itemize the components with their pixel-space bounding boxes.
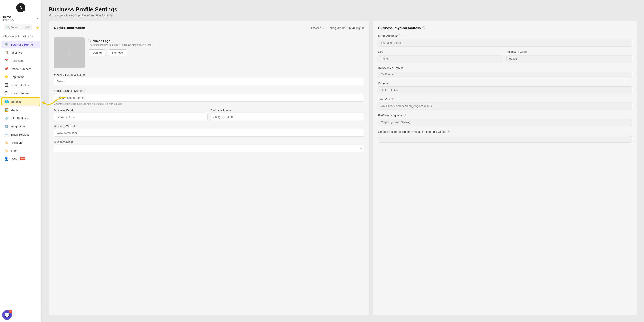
logo-buttons: Upload Remove xyxy=(88,49,152,56)
business-profile-icon: 🏢 xyxy=(4,42,8,46)
country-input[interactable] xyxy=(378,86,632,94)
custom-fields-icon: 🔲 xyxy=(4,83,8,87)
phone-input[interactable] xyxy=(210,113,364,121)
chat-button[interactable]: 💬 1 xyxy=(2,310,12,320)
platform-lang-input[interactable] xyxy=(378,118,632,126)
sidebar-item-label: Reputation xyxy=(10,75,24,79)
website-label: Business Website xyxy=(54,124,364,128)
search-shortcut: ⌘K xyxy=(24,26,30,29)
state-input[interactable] xyxy=(378,70,632,78)
upload-button[interactable]: Upload xyxy=(88,49,106,56)
niche-input[interactable] xyxy=(54,145,364,152)
providers-icon: 🏷️ xyxy=(4,141,8,144)
sidebar-item-labs[interactable]: 👤 Labs new xyxy=(1,155,40,163)
niche-group: Business Niche ▾ xyxy=(54,140,364,152)
physical-address-card: Business Physical Address ⓘ Street Addre… xyxy=(373,20,637,315)
phone-icon: 📌 xyxy=(4,67,8,71)
search-icon: 🔍 xyxy=(6,26,10,29)
sidebar-bottom: 💬 1 xyxy=(0,308,42,322)
location-id-value: s9r0gV0NpPBQ40VnLPQI xyxy=(330,26,361,30)
media-icon: 🖼️ xyxy=(4,108,8,112)
calendars-icon: 📅 xyxy=(4,59,8,63)
city-input[interactable] xyxy=(378,55,503,62)
legal-name-info-icon[interactable]: ⓘ xyxy=(82,89,85,93)
outbound-lang-info-icon[interactable]: ⓘ xyxy=(447,130,450,134)
website-input[interactable] xyxy=(54,129,364,137)
state-group: State / Prov / Region xyxy=(378,66,632,78)
sidebar-item-label: Business Profile xyxy=(10,43,33,46)
search-bar[interactable]: 🔍 Search ⌘K xyxy=(4,24,32,30)
street-info-icon[interactable]: ⓘ xyxy=(398,34,400,38)
country-group: Country xyxy=(378,82,632,94)
labs-icon: 👤 xyxy=(4,157,8,161)
legal-name-group: Legal Business Name ⓘ Enter the exact le… xyxy=(54,89,364,105)
email-label: Business Email xyxy=(54,109,208,112)
integrations-icon: ⚙️ xyxy=(4,124,8,128)
legal-name-label: Legal Business Name ⓘ xyxy=(54,89,364,93)
sidebar-item-label: Email Services xyxy=(10,133,29,136)
platform-lang-info-icon[interactable]: ⓘ xyxy=(403,113,406,117)
outbound-lang-input[interactable] xyxy=(378,135,632,142)
location-id-row: Location ID ⓘ s9r0gV0NpPBQ40VnLPQI ⧉ xyxy=(311,26,364,30)
sidebar-item-label: Labs xyxy=(10,157,17,160)
page-subtitle: Manage your business profile information… xyxy=(49,14,637,17)
email-phone-row: Business Email Business Phone xyxy=(54,109,364,124)
friendly-name-label: Friendly Business Name xyxy=(54,73,364,76)
sidebar-item-integrations[interactable]: ⚙️ Integrations xyxy=(1,122,40,130)
sidebar-nav: 🏢 Business Profile 📋 Pipelines 📅 Calenda… xyxy=(0,40,42,308)
reputation-icon: ⭐ xyxy=(4,75,8,79)
email-input[interactable] xyxy=(54,113,208,121)
sidebar-item-media[interactable]: 🖼️ Media xyxy=(1,106,40,114)
chevron-down-icon: ▾ xyxy=(37,17,38,20)
sidebar-item-custom-fields[interactable]: 🔲 Custom Fields xyxy=(1,81,40,89)
user-menu[interactable]: Demo Irvine, CA ▾ xyxy=(0,14,42,24)
sidebar-item-tags[interactable]: 🏷️ Tags xyxy=(1,147,40,155)
logo-info: Business Logo The proposed size is 350px… xyxy=(88,38,152,56)
timezone-input[interactable] xyxy=(378,102,632,110)
street-input[interactable] xyxy=(378,39,632,47)
friendly-name-input[interactable] xyxy=(54,78,364,85)
sidebar-item-phone-numbers[interactable]: 📌 Phone Numbers xyxy=(1,65,40,73)
back-navigation[interactable]: ‹ Back to main navigation xyxy=(0,34,42,40)
avatar: A xyxy=(16,3,26,12)
sidebar-item-reputation[interactable]: ⭐ Reputation xyxy=(1,73,40,81)
bolt-icon[interactable]: ⚡ xyxy=(35,26,40,30)
postal-input[interactable] xyxy=(506,55,632,62)
domains-icon: 🌐 xyxy=(5,100,9,104)
sidebar-item-label: Custom Fields xyxy=(10,84,29,87)
sidebar-item-label: Integrations xyxy=(10,125,26,128)
sidebar-item-label: URL Redirects xyxy=(10,117,29,120)
page-title: Business Profile Settings xyxy=(49,6,637,13)
sidebar-item-pipelines[interactable]: 📋 Pipelines xyxy=(1,49,40,56)
sidebar-item-url-redirects[interactable]: 🔗 URL Redirects xyxy=(1,114,40,122)
sidebar-item-calendars[interactable]: 📅 Calendars xyxy=(1,57,40,64)
sidebar: A Demo Irvine, CA ▾ 🔍 Search ⌘K ⚡ ‹ Back… xyxy=(0,0,42,322)
sidebar-item-custom-values[interactable]: 💬 Custom Values xyxy=(1,89,40,97)
country-label: Country xyxy=(378,82,632,85)
content-grid: General Information Location ID ⓘ s9r0gV… xyxy=(42,20,644,322)
tags-icon: 🏷️ xyxy=(4,149,8,153)
city-group: City xyxy=(378,50,503,62)
remove-button[interactable]: Remove xyxy=(108,49,127,56)
legal-name-input[interactable] xyxy=(54,94,364,102)
address-info-icon[interactable]: ⓘ xyxy=(422,26,425,30)
user-info: Demo Irvine, CA xyxy=(3,15,14,21)
sidebar-item-label: Media xyxy=(10,109,18,112)
logo-upload-box[interactable]: + xyxy=(54,38,84,68)
postal-label: Postal/Zip Code xyxy=(506,50,632,54)
outbound-lang-group: Outbound communication language for cust… xyxy=(378,130,632,142)
chat-badge: 1 xyxy=(9,310,12,313)
location-id-info-icon[interactable]: ⓘ xyxy=(326,26,328,30)
page-header: Business Profile Settings Manage your bu… xyxy=(42,0,644,20)
postal-group: Postal/Zip Code xyxy=(506,50,632,62)
timezone-group: Time Zone * xyxy=(378,98,632,110)
outbound-lang-label: Outbound communication language for cust… xyxy=(378,130,632,134)
sidebar-item-domains[interactable]: 🌐 Domains xyxy=(1,97,40,106)
sidebar-item-providers[interactable]: 🏷️ Providers xyxy=(1,139,40,146)
copy-icon[interactable]: ⧉ xyxy=(362,26,364,30)
user-location: Irvine, CA xyxy=(3,18,14,21)
state-label: State / Prov / Region xyxy=(378,66,632,69)
sidebar-item-email-services[interactable]: ✉️ Email Services xyxy=(1,130,40,138)
sidebar-item-business-profile[interactable]: 🏢 Business Profile xyxy=(1,40,40,48)
phone-label: Business Phone xyxy=(210,109,364,112)
